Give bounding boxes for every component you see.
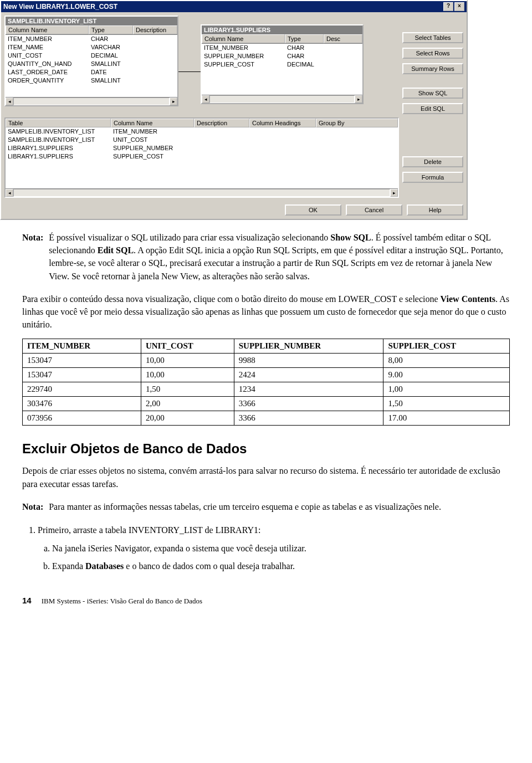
scroll-track[interactable] — [209, 95, 355, 103]
scroll-track[interactable] — [13, 189, 390, 197]
window-title: New View LIBRARY1.LOWER_COST — [3, 3, 117, 11]
note-block: Nota: É possível visualizar o SQL utiliz… — [22, 231, 510, 283]
show-sql-button[interactable]: Show SQL — [402, 88, 463, 99]
section-heading: Excluir Objetos de Banco de Dados — [22, 441, 510, 457]
bold-databases: Databases — [85, 561, 124, 571]
table-row[interactable]: LIBRARY1.SUPPLIERSSUPPLIER_NUMBER — [6, 144, 398, 152]
tables-diagram: SAMPLELIB.INVENTORY_LIST Column Name Typ… — [4, 16, 399, 106]
table-row[interactable]: UNIT_COSTDECIMAL — [6, 52, 177, 60]
table-row: 2297401,5012341,00 — [23, 382, 510, 397]
scrollbar[interactable]: ◂▸ — [202, 95, 362, 103]
table-row[interactable]: SAMPLELIB.INVENTORY_LISTUNIT_COST — [6, 136, 398, 144]
bold-editsql: Edit SQL — [98, 245, 134, 255]
list-item: Na janela iSeries Navigator, expanda o s… — [52, 541, 510, 556]
scroll-left-icon[interactable]: ◂ — [6, 98, 13, 105]
table-row[interactable]: SUPPLIER_NUMBERCHAR — [202, 52, 362, 60]
help-icon[interactable]: ? — [443, 2, 453, 11]
table-row: 3034762,0033661,50 — [23, 397, 510, 411]
col-header[interactable]: Table — [6, 119, 111, 127]
formula-button[interactable]: Formula — [402, 172, 463, 183]
table-row[interactable]: ITEM_NAMEVARCHAR — [6, 43, 177, 52]
select-tables-button[interactable]: Select Tables — [402, 32, 463, 43]
help-button[interactable]: Help — [407, 204, 463, 216]
summary-rows-button[interactable]: Summary Rows — [402, 63, 463, 74]
table-row[interactable]: QUANTITY_ON_HANDSMALLINT — [6, 60, 177, 68]
list-item: Expanda Databases e o banco de dados com… — [52, 559, 510, 573]
join-line — [178, 71, 201, 73]
note-text: É possível visualizar o SQL utilizado pa… — [49, 231, 510, 283]
table-row[interactable]: LIBRARY1.SUPPLIERSSUPPLIER_COST — [6, 152, 398, 161]
close-icon[interactable]: × — [454, 2, 464, 11]
results-table: ITEM_NUMBER UNIT_COST SUPPLIER_NUMBER SU… — [22, 339, 510, 426]
col-header[interactable]: Description — [194, 119, 249, 127]
bold-showsql: Show SQL — [330, 233, 371, 242]
table-row: 15304710,0024249.00 — [23, 368, 510, 382]
scroll-left-icon[interactable]: ◂ — [202, 95, 209, 103]
table-box-title: LIBRARY1.SUPPLIERS — [202, 25, 362, 34]
new-view-dialog: New View LIBRARY1.LOWER_COST ? × SAMPLEL… — [0, 0, 468, 220]
col-header[interactable]: Type — [89, 25, 133, 34]
scrollbar[interactable]: ◂▸ — [6, 188, 398, 197]
col-header[interactable]: Column Name — [202, 34, 285, 43]
table-box-suppliers[interactable]: LIBRARY1.SUPPLIERS Column Name Type Desc… — [201, 24, 364, 104]
scroll-track[interactable] — [13, 98, 170, 105]
table-row[interactable]: ITEM_NUMBERCHAR — [6, 35, 177, 43]
bold-viewcontents: View Contents — [441, 294, 495, 304]
table-row[interactable]: ITEM_NUMBERCHAR — [202, 44, 362, 52]
th: SUPPLIER_NUMBER — [234, 339, 383, 354]
col-header[interactable]: Description — [133, 25, 177, 34]
page-footer: 14 IBM Systems - iSeries: Visão Geral do… — [22, 596, 510, 606]
table-row[interactable]: SUPPLIER_COSTDECIMAL — [202, 60, 362, 69]
table-row[interactable]: LAST_ORDER_DATEDATE — [6, 68, 177, 76]
col-header[interactable]: Type — [285, 34, 324, 43]
th: UNIT_COST — [141, 339, 234, 354]
list-item: Primeiro, arraste a tabela INVENTORY_LIS… — [38, 523, 510, 573]
ordered-list: Primeiro, arraste a tabela INVENTORY_LIS… — [22, 523, 510, 573]
cancel-button[interactable]: Cancel — [346, 204, 402, 216]
scroll-left-icon[interactable]: ◂ — [6, 189, 13, 197]
delete-button[interactable]: Delete — [402, 156, 463, 167]
select-rows-button[interactable]: Select Rows — [402, 48, 463, 59]
selected-columns-grid[interactable]: Table Column Name Description Column Hea… — [4, 117, 399, 198]
paragraph: Depois de criar esses objetos no sistema… — [22, 464, 510, 490]
col-header[interactable]: Column Name — [111, 119, 194, 127]
scroll-right-icon[interactable]: ▸ — [355, 95, 362, 103]
page-number: 14 — [22, 596, 32, 605]
table-row[interactable]: ORDER_QUANTITYSMALLINT — [6, 76, 177, 85]
table-row: 15304710,0099888,00 — [23, 354, 510, 368]
th: ITEM_NUMBER — [23, 339, 141, 354]
note-label: Nota: — [22, 231, 43, 283]
col-header[interactable]: Group By — [316, 119, 398, 127]
col-header[interactable]: Column Headings — [249, 119, 316, 127]
col-header[interactable]: Column Name — [6, 25, 89, 34]
titlebar: New View LIBRARY1.LOWER_COST ? × — [1, 1, 467, 12]
col-header[interactable]: Desc — [324, 34, 362, 43]
scroll-right-icon[interactable]: ▸ — [170, 98, 177, 105]
ok-button[interactable]: OK — [285, 204, 341, 216]
scrollbar[interactable]: ◂▸ — [6, 97, 177, 105]
table-row: 07395620,00336617.00 — [23, 411, 510, 426]
ordered-sublist: Na janela iSeries Navigator, expanda o s… — [38, 541, 510, 573]
scroll-right-icon[interactable]: ▸ — [390, 189, 398, 197]
table-box-inventory[interactable]: SAMPLELIB.INVENTORY_LIST Column Name Typ… — [4, 16, 178, 106]
paragraph: Para exibir o conteúdo dessa nova visual… — [22, 293, 510, 331]
note-text: Para manter as informações nessas tabela… — [49, 500, 441, 513]
table-box-title: SAMPLELIB.INVENTORY_LIST — [6, 17, 177, 25]
note-label: Nota: — [22, 500, 43, 513]
book-title: IBM Systems - iSeries: Visão Geral do Ba… — [42, 597, 202, 606]
th: SUPPLIER_COST — [383, 339, 510, 354]
edit-sql-button[interactable]: Edit SQL — [402, 103, 463, 114]
note-block: Nota: Para manter as informações nessas … — [22, 500, 510, 513]
table-row[interactable]: SAMPLELIB.INVENTORY_LISTITEM_NUMBER — [6, 127, 398, 136]
